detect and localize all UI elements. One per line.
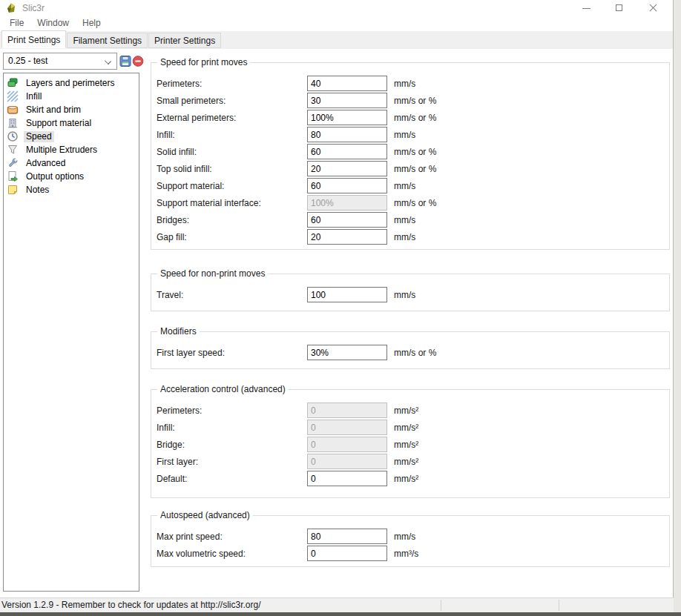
- unit-label: mm/s: [394, 290, 415, 300]
- sidebar-item-skirt-and-brim[interactable]: Skirt and brim: [4, 103, 139, 116]
- layers-icon: [7, 77, 19, 89]
- field-label: Travel:: [157, 290, 183, 300]
- form-row: Support material interface:mm/s or %: [151, 195, 669, 211]
- group-acceleration-control-advanced: Acceleration control (advanced)Perimeter…: [151, 389, 670, 498]
- save-preset-button[interactable]: [119, 53, 132, 68]
- unit-label: mm/s or %: [394, 164, 436, 174]
- unit-label: mm/s²: [394, 457, 418, 467]
- form-row: Travel:mm/s: [151, 287, 669, 302]
- infill-icon: [7, 90, 19, 102]
- taskbar-edge: [0, 612, 681, 616]
- support-material-interface-input: [307, 195, 387, 211]
- unit-label: mm/s²: [394, 405, 418, 416]
- first-layer-speed-input[interactable]: [307, 345, 387, 360]
- max-volumetric-speed-input[interactable]: [307, 546, 387, 561]
- statusbar-divider: [441, 600, 441, 611]
- sidebar-item-label: Layers and perimeters: [24, 78, 116, 89]
- gap-fill-input[interactable]: [307, 229, 387, 245]
- sidebar-item-output-options[interactable]: Output options: [4, 170, 139, 183]
- group-speed-for-non-print-moves: Speed for non-print movesTravel:mm/s: [151, 274, 670, 311]
- form-row: External perimeters:mm/s or %: [151, 110, 669, 125]
- small-perimeters-input[interactable]: [307, 93, 387, 108]
- top-solid-infill-input[interactable]: [307, 161, 387, 176]
- statusbar-divider: [559, 600, 559, 611]
- sidebar-item-notes[interactable]: Notes: [4, 183, 139, 196]
- unit-label: mm/s: [394, 232, 415, 242]
- form-row: Perimeters:mm/s²: [151, 403, 669, 418]
- solid-infill-input[interactable]: [307, 144, 387, 159]
- form-row: Support material:mm/s: [151, 178, 669, 193]
- field-label: Support material:: [157, 181, 224, 191]
- unit-label: mm/s²: [394, 440, 418, 450]
- form-row: Solid infill:mm/s or %: [151, 144, 669, 159]
- field-label: Infill:: [157, 130, 175, 140]
- form-row: Bridge:mm/s²: [151, 437, 669, 452]
- max-print-speed-input[interactable]: [307, 529, 387, 544]
- field-label: Max volumetric speed:: [157, 549, 246, 559]
- unit-label: mm/s or %: [394, 96, 436, 106]
- delete-preset-button[interactable]: [132, 53, 145, 68]
- group-title: Autospeed (advanced): [157, 510, 253, 520]
- sidebar-item-infill[interactable]: Infill: [4, 90, 139, 103]
- infill-input[interactable]: [307, 127, 387, 142]
- menu-file[interactable]: File: [3, 16, 30, 31]
- group-title: Speed for print moves: [157, 57, 250, 67]
- field-label: Perimeters:: [157, 79, 202, 89]
- form-row: First layer:mm/s²: [151, 454, 669, 469]
- group-title: Speed for non-print moves: [157, 268, 268, 279]
- form-row: Max print speed:mm/s: [151, 529, 669, 544]
- sidebar-item-speed[interactable]: Speed: [4, 130, 139, 143]
- infill-input: [307, 420, 387, 435]
- tab-filament-settings[interactable]: Filament Settings: [67, 33, 148, 48]
- external-perimeters-input[interactable]: [307, 110, 387, 125]
- first-layer-input: [307, 454, 387, 469]
- support-icon: [7, 117, 19, 129]
- unit-label: mm/s or %: [394, 198, 436, 208]
- sidebar-item-label: Support material: [24, 118, 93, 129]
- sidebar-item-multiple-extruders[interactable]: Multiple Extruders: [4, 143, 139, 156]
- menu-help[interactable]: Help: [76, 16, 108, 31]
- field-label: Solid infill:: [157, 147, 197, 157]
- desktop-background: [674, 0, 681, 612]
- field-label: Small perimeters:: [157, 96, 226, 106]
- perimeters-input[interactable]: [307, 76, 387, 91]
- preset-value: 0.25 - test: [8, 56, 47, 66]
- form-row: First layer speed:mm/s or %: [151, 345, 669, 360]
- field-label: Bridge:: [157, 440, 185, 450]
- unit-label: mm/s: [394, 79, 415, 89]
- group-modifiers: ModifiersFirst layer speed:mm/s or %: [151, 331, 670, 369]
- sidebar-item-support-material[interactable]: Support material: [4, 116, 139, 130]
- preset-dropdown[interactable]: 0.25 - test: [3, 53, 117, 70]
- tab-print-settings[interactable]: Print Settings: [1, 30, 66, 48]
- unit-label: mm/s or %: [394, 147, 436, 157]
- speed-icon: [7, 130, 19, 142]
- sidebar-list: Layers and perimetersInfillSkirt and bri…: [3, 73, 139, 592]
- form-row: Default:mm/s²: [151, 471, 669, 486]
- sidebar-item-advanced[interactable]: Advanced: [4, 156, 139, 170]
- advanced-icon: [7, 157, 19, 169]
- perimeters-input: [307, 403, 387, 418]
- field-label: Infill:: [157, 423, 175, 433]
- save-icon: [119, 55, 132, 67]
- chevron-down-icon: [105, 58, 111, 64]
- unit-label: mm/s or %: [394, 113, 436, 123]
- statusbar: Version 1.2.9 - Remember to check for up…: [0, 597, 681, 612]
- sidebar-item-layers-and-perimeters[interactable]: Layers and perimeters: [4, 76, 139, 90]
- sidebar-item-label: Multiple Extruders: [24, 145, 99, 156]
- support-material-input[interactable]: [307, 178, 387, 193]
- unit-label: mm/s: [394, 531, 415, 542]
- travel-input[interactable]: [307, 287, 387, 302]
- unit-label: mm/s²: [394, 474, 418, 484]
- extruders-icon: [7, 144, 19, 156]
- menu-window[interactable]: Window: [30, 16, 76, 31]
- field-label: First layer speed:: [157, 348, 225, 358]
- field-label: Support material interface:: [157, 198, 261, 208]
- statusbar-text: Version 1.2.9 - Remember to check for up…: [1, 600, 261, 610]
- form-row: Small perimeters:mm/s or %: [151, 93, 669, 108]
- sidebar-item-label: Infill: [24, 91, 44, 102]
- app-window: Slic3r File Window Help Print Settings F…: [0, 0, 674, 612]
- default-input[interactable]: [307, 471, 387, 486]
- settings-panel: Speed for print movesPerimeters:mm/sSmal…: [151, 0, 670, 593]
- bridges-input[interactable]: [307, 212, 387, 228]
- form-row: Bridges:mm/s: [151, 212, 669, 228]
